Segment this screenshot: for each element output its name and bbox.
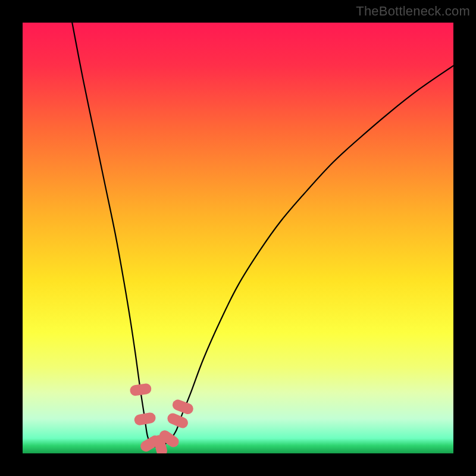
chart-frame: TheBottleneck.com <box>0 0 476 476</box>
gradient-background <box>23 23 453 453</box>
watermark-text: TheBottleneck.com <box>356 4 470 19</box>
bottleneck-chart <box>23 23 453 453</box>
plot-area <box>23 23 453 453</box>
